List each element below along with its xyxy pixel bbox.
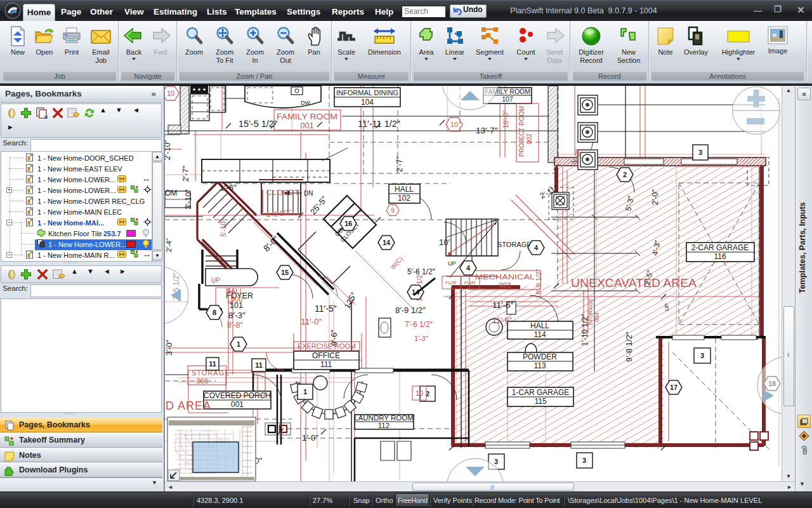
svg-text:9: 9 xyxy=(391,207,395,214)
svg-text:104: 104 xyxy=(361,98,374,107)
svg-text:1′-6″: 1′-6″ xyxy=(219,183,237,192)
svg-text:UP: UP xyxy=(664,303,670,311)
svg-text:3: 3 xyxy=(700,352,704,359)
svg-text:10: 10 xyxy=(416,389,423,397)
svg-text:MECHANICAL: MECHANICAL xyxy=(475,273,535,281)
svg-text:004: 004 xyxy=(594,312,600,322)
svg-text:DN: DN xyxy=(304,190,313,197)
svg-text:1: 1 xyxy=(303,388,307,396)
svg-text:PROJECT ROOM: PROJECT ROOM xyxy=(518,106,525,157)
svg-text:8′-3″: 8′-3″ xyxy=(228,311,246,320)
svg-text:11′-11 1/2″: 11′-11 1/2″ xyxy=(358,119,400,129)
svg-text:UNEXCAVATED AREA: UNEXCAVATED AREA xyxy=(571,276,697,290)
svg-text:001: 001 xyxy=(231,400,244,409)
svg-text:2′-7″: 2′-7″ xyxy=(181,166,190,182)
svg-text:INFORMAL DINING: INFORMAL DINING xyxy=(336,89,398,97)
svg-text:11′-5″: 11′-5″ xyxy=(315,304,337,314)
svg-text:UP: UP xyxy=(211,277,220,284)
svg-text:10: 10 xyxy=(450,121,458,128)
svg-text:15: 15 xyxy=(281,269,289,276)
svg-text:112: 112 xyxy=(378,422,390,429)
svg-text:1′-0″: 1′-0″ xyxy=(302,433,318,443)
svg-text:11′-0″: 11′-0″ xyxy=(301,317,322,326)
svg-text:113: 113 xyxy=(534,361,546,370)
svg-text:10: 10 xyxy=(167,90,174,97)
svg-text:107: 107 xyxy=(502,95,513,103)
svg-text:8′-9 1/2″: 8′-9 1/2″ xyxy=(395,305,426,315)
svg-text:10′: 10′ xyxy=(439,237,450,247)
svg-text:UP: UP xyxy=(448,260,456,267)
svg-text:LAUNDRY ROOM: LAUNDRY ROOM xyxy=(354,414,414,422)
svg-text:3: 3 xyxy=(494,458,498,465)
svg-text:2-CAR GARAGE: 2-CAR GARAGE xyxy=(691,243,749,252)
svg-text:HALL: HALL xyxy=(530,321,549,330)
svg-text:11: 11 xyxy=(209,360,216,368)
svg-text:7′-6 1/2″: 7′-6 1/2″ xyxy=(405,320,433,329)
svg-text:8: 8 xyxy=(213,309,216,316)
svg-text:003: 003 xyxy=(499,281,511,289)
svg-text:3: 3 xyxy=(582,457,586,464)
svg-text:DW: DW xyxy=(301,100,310,106)
svg-text:4′-0 1/2″: 4′-0 1/2″ xyxy=(266,208,292,218)
svg-text:001: 001 xyxy=(300,121,314,130)
svg-text:8′-0″: 8′-0″ xyxy=(261,234,281,253)
svg-text:111: 111 xyxy=(320,360,332,369)
svg-text:3′-10″: 3′-10″ xyxy=(184,189,193,210)
svg-text:POWDER: POWDER xyxy=(523,352,557,361)
svg-text:COVERED PORCH: COVERED PORCH xyxy=(204,391,271,400)
svg-text:11′-6″: 11′-6″ xyxy=(492,316,512,325)
svg-text:115: 115 xyxy=(534,397,546,406)
svg-text:HALL: HALL xyxy=(395,185,414,194)
svg-text:18′-0″: 18′-0″ xyxy=(502,110,509,128)
svg-text:006: 006 xyxy=(197,377,208,385)
svg-text:1: 1 xyxy=(237,340,240,348)
svg-text:17: 17 xyxy=(670,384,678,391)
svg-text:W(C): W(C) xyxy=(389,255,404,271)
svg-text:2′-4″: 2′-4″ xyxy=(165,238,173,252)
svg-text:2′-0″: 2′-0″ xyxy=(651,189,660,205)
svg-text:2′-10″: 2′-10″ xyxy=(165,140,172,160)
svg-text:1′-3″: 1′-3″ xyxy=(414,335,428,342)
svg-text:11′-6″: 11′-6″ xyxy=(492,300,514,310)
svg-text:002: 002 xyxy=(526,133,533,144)
svg-text:EXERCISE ROOM: EXERCISE ROOM xyxy=(298,342,356,350)
svg-text:FU/R: FU/R xyxy=(445,280,457,286)
svg-text:FAMILY ROOM: FAMILY ROOM xyxy=(277,112,337,121)
svg-text:4: 4 xyxy=(466,264,471,272)
svg-text:2′-7″: 2′-7″ xyxy=(395,156,404,172)
svg-text:3: 3 xyxy=(698,149,702,156)
svg-text:114: 114 xyxy=(534,330,546,339)
svg-text:4: 4 xyxy=(534,244,539,251)
svg-text:OM: OM xyxy=(165,189,177,197)
svg-text:116: 116 xyxy=(714,252,726,261)
svg-text:STORAGE: STORAGE xyxy=(587,298,594,326)
svg-text:14: 14 xyxy=(383,239,391,246)
svg-text:8′-8″: 8′-8″ xyxy=(227,321,243,330)
svg-text:D AREA: D AREA xyxy=(166,399,211,412)
svg-text:FU/R: FU/R xyxy=(464,280,476,286)
svg-text:11: 11 xyxy=(255,361,263,369)
svg-text:CLOSET: CLOSET xyxy=(266,189,299,196)
svg-text:5′-10″: 5′-10″ xyxy=(219,219,227,237)
svg-text:102: 102 xyxy=(398,194,410,203)
svg-text:OFFICE: OFFICE xyxy=(312,351,340,360)
svg-text:18′-9 1/2″: 18′-9 1/2″ xyxy=(535,269,542,298)
svg-text:16: 16 xyxy=(344,220,352,227)
svg-text:4′-11″: 4′-11″ xyxy=(226,288,234,305)
svg-text:STORAGE: STORAGE xyxy=(497,241,532,248)
svg-text:1-CAR GARAGE: 1-CAR GARAGE xyxy=(512,388,570,397)
svg-text:2: 2 xyxy=(623,171,627,178)
svg-text:9′-8 1/2″: 9′-8 1/2″ xyxy=(624,331,634,362)
svg-text:3′-0″: 3′-0″ xyxy=(165,340,174,356)
svg-text:25′-5″: 25′-5″ xyxy=(308,194,329,217)
svg-text:13′-7″: 13′-7″ xyxy=(476,126,498,135)
